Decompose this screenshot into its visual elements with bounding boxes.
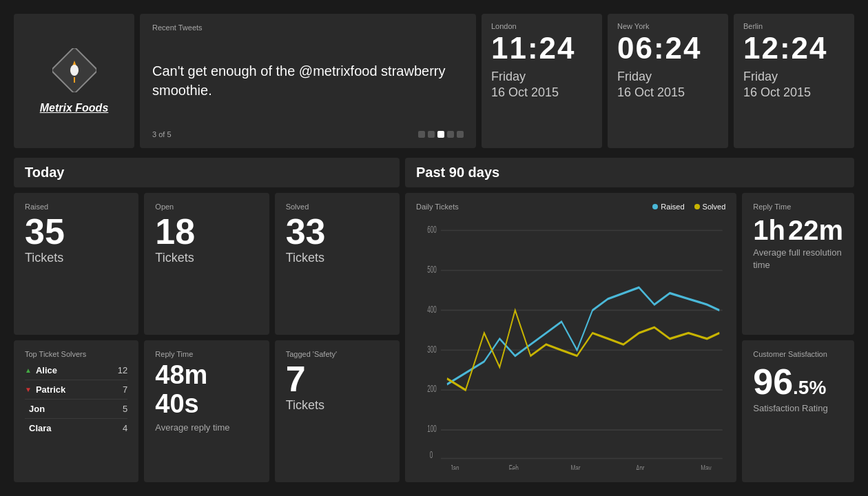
- past90-content: Daily Tickets Raised Solved: [405, 193, 854, 482]
- reply-desc: Average reply time: [155, 422, 258, 434]
- clock-newyork-time: 06:24: [617, 33, 719, 63]
- chart-legend: Raised Solved: [652, 203, 725, 211]
- logo-panel: Metrix Foods: [14, 14, 134, 148]
- solver-name-alice: Alice: [36, 365, 118, 375]
- raised-panel: Raised 35 Tickets: [14, 193, 138, 335]
- legend-raised: Raised: [652, 203, 684, 211]
- left-section: Today Raised 35 Tickets Open 18 Tickets …: [14, 158, 400, 482]
- solver-count-alice: 12: [118, 365, 127, 375]
- svg-text:300: 300: [427, 343, 437, 355]
- clock-berlin-day: Friday 16 Oct 2015: [743, 69, 845, 101]
- chart-label: Daily Tickets: [416, 203, 459, 211]
- satisfaction-small: .5%: [793, 378, 826, 397]
- svg-text:Apr: Apr: [636, 463, 645, 470]
- today-bottom-row: Top Ticket Solvers ▲ Alice 12 ▼ Patrick …: [14, 340, 400, 482]
- tweets-label: Recent Tweets: [152, 23, 464, 32]
- tweets-panel: Recent Tweets Can't get enough of the @m…: [140, 14, 476, 148]
- bottom-row: Today Raised 35 Tickets Open 18 Tickets …: [14, 158, 854, 482]
- right-metrics: Reply Time 1h 22m Average full resolutio…: [742, 193, 854, 482]
- solver-clara: Clara 4: [25, 419, 127, 437]
- raised-label: Raised: [25, 203, 127, 211]
- tagged-panel: Tagged 'Safety' 7 Tickets: [275, 340, 400, 482]
- satisfaction-label: Customer Satisfaction: [753, 350, 843, 358]
- satisfaction-big: 96: [753, 364, 793, 400]
- tweet-counter: 3 of 5: [152, 130, 172, 138]
- reply-time-panel: Reply Time 48m 40s Average reply time: [144, 340, 269, 482]
- tweet-dot-4: [447, 131, 454, 138]
- solver-jon: Jon 5: [25, 400, 127, 419]
- clock-newyork-day: Friday 16 Oct 2015: [617, 69, 719, 101]
- reply-time-value: 48m 40s: [155, 361, 258, 419]
- tweet-dots: [418, 131, 464, 138]
- solver-count-clara: 4: [123, 423, 127, 433]
- solver-count-jon: 5: [123, 404, 127, 414]
- tagged-value: 7: [286, 361, 389, 397]
- daily-tickets-chart: 600 500 400 300 200 100 0: [416, 219, 725, 470]
- solved-panel: Solved 33 Tickets: [275, 193, 400, 335]
- clock-newyork-city: New York: [617, 22, 719, 30]
- arrow-down-icon: ▼: [25, 386, 32, 393]
- clock-berlin: Berlin 12:24 Friday 16 Oct 2015: [734, 14, 854, 148]
- past90-reply-value: 1h 22m: [753, 216, 843, 244]
- solvers-label: Top Ticket Solvers: [25, 350, 127, 358]
- today-header: Today: [14, 158, 400, 187]
- tagged-unit: Tickets: [286, 398, 389, 413]
- tweet-text: Can't get enough of the @metrixfood stra…: [152, 36, 464, 125]
- legend-solved: Solved: [694, 203, 726, 211]
- past90-reply-label: Reply Time: [753, 203, 843, 211]
- chart-header: Daily Tickets Raised Solved: [416, 203, 725, 214]
- open-value: 18: [155, 214, 258, 249]
- legend-raised-label: Raised: [661, 203, 684, 211]
- tweet-dot-5: [457, 131, 464, 138]
- open-label: Open: [155, 203, 258, 211]
- raised-unit: Tickets: [25, 251, 127, 265]
- reply-mins: 22m: [788, 216, 843, 244]
- past90-reply-panel: Reply Time 1h 22m Average full resolutio…: [742, 193, 854, 335]
- today-stats-row: Raised 35 Tickets Open 18 Tickets Solved…: [14, 193, 400, 335]
- tagged-label: Tagged 'Safety': [286, 350, 389, 358]
- raised-value: 35: [25, 214, 127, 249]
- svg-text:400: 400: [427, 303, 437, 315]
- clock-berlin-city: Berlin: [743, 22, 845, 30]
- clock-berlin-time: 12:24: [743, 33, 845, 63]
- solver-name-clara: Clara: [29, 423, 123, 433]
- tweet-dot-2: [428, 131, 435, 138]
- logo-title: Metrix Foods: [40, 102, 109, 114]
- solver-patrick: ▼ Patrick 7: [25, 380, 127, 400]
- solved-label: Solved: [286, 203, 389, 211]
- solvers-panel: Top Ticket Solvers ▲ Alice 12 ▼ Patrick …: [14, 340, 138, 482]
- right-section: Past 90 days Daily Tickets Raised: [405, 158, 854, 482]
- solver-alice: ▲ Alice 12: [25, 361, 127, 380]
- past90-reply-desc: Average full resolution time: [753, 247, 843, 271]
- open-unit: Tickets: [155, 251, 258, 265]
- solver-name-jon: Jon: [29, 404, 123, 414]
- reply-time-secs: 40s: [155, 389, 198, 418]
- arrow-up-icon: ▲: [25, 366, 32, 374]
- solved-dot: [694, 204, 700, 209]
- solved-unit: Tickets: [286, 251, 389, 265]
- svg-text:Mar: Mar: [571, 463, 581, 470]
- reply-label: Reply Time: [155, 350, 258, 358]
- clock-london: London 11:24 Friday 16 Oct 2015: [482, 14, 602, 148]
- legend-solved-label: Solved: [703, 203, 726, 211]
- clock-newyork: New York 06:24 Friday 16 Oct 2015: [608, 14, 728, 148]
- svg-text:100: 100: [427, 423, 437, 435]
- solver-count-patrick: 7: [123, 384, 127, 395]
- solved-value: 33: [286, 214, 389, 249]
- svg-point-2: [70, 65, 79, 76]
- svg-text:600: 600: [427, 223, 437, 235]
- clock-london-time: 11:24: [491, 33, 592, 63]
- satisfaction-value-container: 96 .5%: [753, 364, 843, 400]
- svg-text:Feb: Feb: [509, 463, 519, 470]
- satisfaction-panel: Customer Satisfaction 96 .5% Satisfactio…: [742, 340, 854, 482]
- reply-hours: 1h: [753, 216, 785, 244]
- open-panel: Open 18 Tickets: [144, 193, 269, 335]
- svg-text:500: 500: [427, 263, 437, 275]
- svg-text:May: May: [701, 463, 711, 470]
- svg-text:0: 0: [430, 449, 433, 461]
- dashboard: Metrix Foods Recent Tweets Can't get eno…: [0, 0, 868, 496]
- top-row: Metrix Foods Recent Tweets Can't get eno…: [14, 14, 854, 148]
- svg-text:200: 200: [427, 383, 437, 395]
- tweet-footer: 3 of 5: [152, 130, 464, 138]
- reply-time-text: 48m: [155, 360, 207, 389]
